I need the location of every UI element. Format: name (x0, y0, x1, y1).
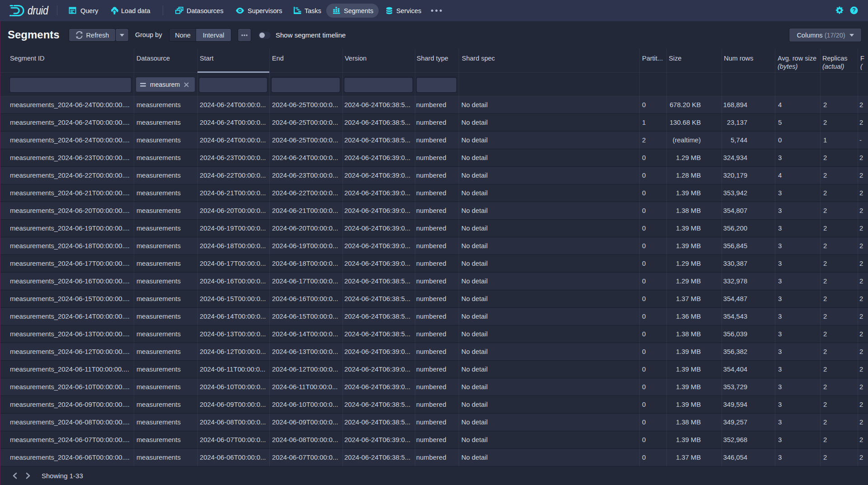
svg-text:?: ? (852, 7, 856, 14)
